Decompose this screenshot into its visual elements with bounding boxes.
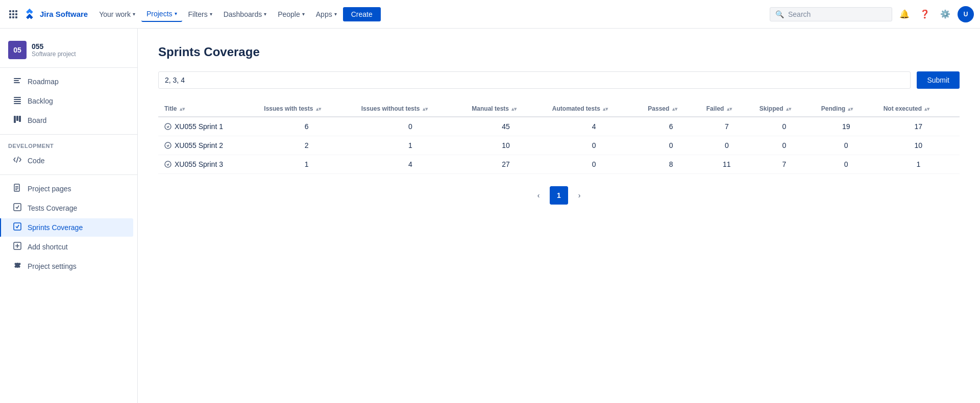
col-title[interactable]: Title ▴▾ [158, 101, 258, 117]
nav-your-work[interactable]: Your work ▾ [94, 7, 140, 21]
chevron-down-icon: ▾ [264, 11, 266, 17]
sort-icon: ▴▾ [672, 106, 677, 112]
pagination-next[interactable]: › [570, 186, 589, 205]
svg-rect-8 [15, 16, 17, 18]
sidebar-item-roadmap[interactable]: Roadmap [4, 72, 133, 91]
cell-manual-tests: 10 [465, 136, 546, 155]
col-not-executed[interactable]: Not executed ▴▾ [877, 101, 960, 117]
board-icon [12, 115, 22, 125]
cell-issues-with-tests: 6 [258, 117, 355, 136]
page-title: Sprints Coverage [158, 45, 960, 59]
nav-people[interactable]: People ▾ [273, 7, 310, 21]
sprint-filter-input[interactable] [158, 71, 911, 89]
nav-dashboards[interactable]: Dashboards ▾ [218, 7, 272, 21]
col-passed[interactable]: Passed ▴▾ [642, 101, 700, 117]
pagination-page-1[interactable]: 1 [550, 186, 568, 205]
svg-rect-10 [14, 80, 19, 81]
cell-issues-without-tests: 4 [355, 155, 466, 174]
col-failed[interactable]: Failed ▴▾ [700, 101, 753, 117]
cell-failed: 11 [700, 155, 753, 174]
svg-point-30 [165, 142, 171, 148]
col-skipped[interactable]: Skipped ▴▾ [753, 101, 815, 117]
pagination-prev[interactable]: ‹ [529, 186, 548, 205]
cell-issues-without-tests: 1 [355, 136, 466, 155]
sidebar-item-label: Project settings [28, 262, 77, 270]
sidebar-item-add-shortcut[interactable]: Add shortcut [4, 238, 133, 256]
search-placeholder: Search [788, 10, 811, 18]
sort-icon: ▴▾ [511, 106, 517, 112]
chevron-down-icon: ▾ [133, 11, 135, 17]
cell-issues-with-tests: 1 [258, 155, 355, 174]
cell-not-executed: 17 [877, 117, 960, 136]
submit-button[interactable]: Submit [917, 71, 960, 89]
search-bar[interactable]: 🔍 Search [770, 7, 892, 21]
svg-rect-23 [15, 189, 17, 190]
sidebar-item-board[interactable]: Board [4, 111, 133, 130]
svg-rect-14 [14, 101, 21, 102]
sidebar-item-label: Sprints Coverage [28, 223, 83, 232]
backlog-icon [12, 96, 22, 106]
pages-icon [12, 184, 22, 194]
sidebar-item-code[interactable]: Code [4, 152, 133, 170]
sort-icon: ▴▾ [848, 106, 853, 112]
roadmap-icon [12, 77, 22, 87]
sidebar-item-project-pages[interactable]: Project pages [4, 180, 133, 198]
settings-button[interactable]: ⚙️ [937, 6, 953, 22]
avatar[interactable]: U [958, 6, 974, 22]
cell-skipped: 0 [753, 117, 815, 136]
create-button[interactable]: Create [343, 7, 381, 21]
svg-rect-2 [15, 10, 17, 12]
nav-projects[interactable]: Projects ▾ [141, 7, 182, 22]
svg-rect-24 [14, 204, 21, 211]
chevron-down-icon: ▾ [210, 11, 212, 17]
col-automated-tests[interactable]: Automated tests ▴▾ [546, 101, 642, 117]
sidebar-item-backlog[interactable]: Backlog [4, 92, 133, 110]
cell-title: XU055 Sprint 2 [158, 136, 258, 155]
sidebar-item-label: Board [28, 116, 46, 124]
svg-rect-3 [9, 13, 11, 15]
help-button[interactable]: ❓ [917, 6, 933, 22]
sidebar-item-tests-coverage[interactable]: Tests Coverage [4, 199, 133, 217]
cell-not-executed: 1 [877, 155, 960, 174]
svg-rect-25 [14, 223, 21, 230]
sidebar-project-header[interactable]: 05 055 Software project [0, 37, 137, 68]
cell-issues-with-tests: 2 [258, 136, 355, 155]
notifications-button[interactable]: 🔔 [896, 6, 913, 22]
sidebar-item-label: Backlog [28, 97, 53, 105]
sidebar-item-project-settings[interactable]: Project settings [4, 257, 133, 275]
search-icon: 🔍 [775, 10, 784, 18]
nav-filters[interactable]: Filters ▾ [183, 7, 217, 21]
cell-failed: 0 [700, 136, 753, 155]
cell-manual-tests: 45 [465, 117, 546, 136]
svg-rect-7 [12, 16, 14, 18]
table-row[interactable]: XU055 Sprint 1 6 0 45 4 6 7 0 19 17 [158, 117, 960, 136]
svg-rect-22 [15, 188, 18, 189]
cell-passed: 6 [642, 117, 700, 136]
svg-rect-6 [9, 16, 11, 18]
logo-text: Jira Software [40, 10, 88, 18]
cell-automated-tests: 4 [546, 117, 642, 136]
col-pending[interactable]: Pending ▴▾ [815, 101, 877, 117]
svg-point-31 [165, 161, 171, 167]
svg-rect-9 [14, 78, 21, 79]
nav-apps[interactable]: Apps ▾ [311, 7, 342, 21]
svg-rect-5 [15, 13, 17, 15]
sidebar: 05 055 Software project Roadmap Backlog … [0, 29, 138, 403]
jira-logo[interactable]: Jira Software [22, 7, 88, 21]
col-manual-tests[interactable]: Manual tests ▴▾ [465, 101, 546, 117]
cell-pending: 19 [815, 117, 877, 136]
col-issues-without-tests[interactable]: Issues without tests ▴▾ [355, 101, 466, 117]
sidebar-divider-2 [0, 174, 137, 175]
svg-rect-11 [14, 82, 20, 83]
table-row[interactable]: XU055 Sprint 2 2 1 10 0 0 0 0 0 10 [158, 136, 960, 155]
col-issues-with-tests[interactable]: Issues with tests ▴▾ [258, 101, 355, 117]
table-row[interactable]: XU055 Sprint 3 1 4 27 0 8 11 7 0 1 [158, 155, 960, 174]
sidebar-item-label: Add shortcut [28, 243, 68, 251]
grid-icon[interactable] [6, 7, 20, 21]
cell-pending: 0 [815, 155, 877, 174]
svg-rect-21 [15, 186, 18, 187]
pagination: ‹ 1 › [158, 186, 960, 205]
sort-icon: ▴▾ [786, 106, 791, 112]
topnav-right-section: 🔍 Search 🔔 ❓ ⚙️ U [770, 6, 974, 22]
sidebar-item-sprints-coverage[interactable]: Sprints Coverage [0, 218, 133, 237]
